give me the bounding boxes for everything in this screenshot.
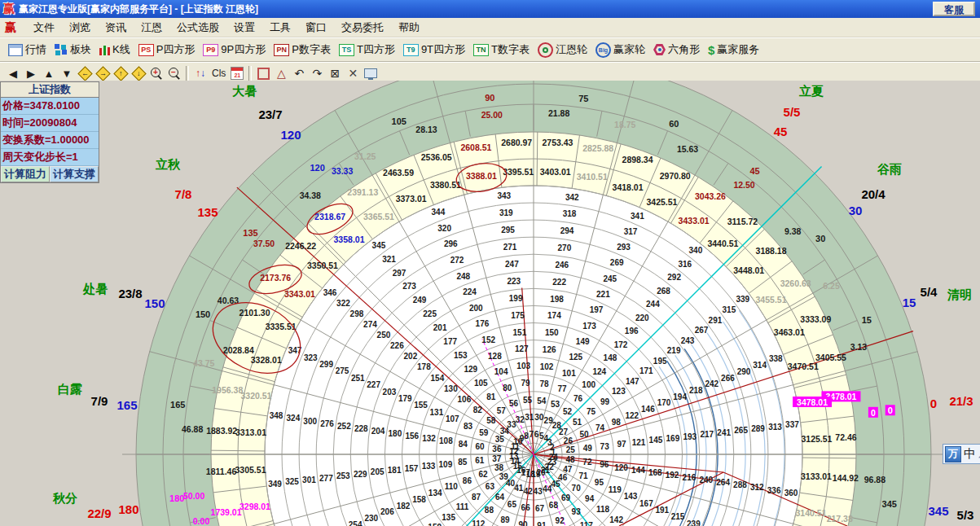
tool-screen-tool[interactable]: [364, 66, 377, 81]
svg-text:78: 78: [539, 379, 549, 388]
tool-nav-left[interactable]: ◀: [7, 66, 20, 81]
field-price[interactable]: 价格=3478.0100: [1, 98, 99, 115]
tool-pan-down[interactable]: ↓: [132, 66, 145, 81]
svg-text:99: 99: [600, 397, 610, 406]
svg-text:75: 75: [587, 407, 596, 416]
svg-text:3478.01: 3478.01: [797, 397, 828, 407]
tool-pan-right[interactable]: →: [96, 66, 109, 81]
gann-wheel-chart[interactable]: 0153045607590105120135150165180195210225…: [0, 81, 980, 526]
menu-item-帮助[interactable]: 帮助: [391, 19, 427, 37]
tool-pan-up[interactable]: ↑: [114, 66, 127, 81]
tool-nav-down[interactable]: ▼: [60, 66, 73, 81]
toolbar-button-p-square[interactable]: PSP四方形: [135, 42, 199, 58]
toolbar-button-hexagon[interactable]: 六角形: [650, 42, 703, 58]
toolbar-label-winner-wheel: 赢家轮: [613, 42, 645, 57]
svg-text:35: 35: [495, 435, 505, 444]
svg-text:34.38: 34.38: [300, 191, 321, 200]
toolbar-button-p-number-table[interactable]: PNP数字表: [270, 42, 334, 58]
field-time[interactable]: 时间=20090804: [1, 115, 99, 132]
svg-text:112: 112: [472, 519, 486, 526]
svg-text:2391.13: 2391.13: [347, 187, 378, 197]
svg-text:69: 69: [561, 493, 571, 502]
tool-updown-marker[interactable]: ↑↓: [194, 66, 207, 81]
toolbar-button-t-number-table[interactable]: TNT数字表: [470, 42, 533, 58]
customer-service-button[interactable]: 客服: [933, 2, 975, 16]
svg-text:43: 43: [534, 487, 543, 496]
svg-text:324: 324: [287, 414, 301, 423]
svg-text:219: 219: [667, 346, 681, 355]
svg-text:83: 83: [464, 422, 473, 431]
svg-text:2970.80: 2970.80: [660, 171, 691, 181]
svg-text:199: 199: [509, 294, 523, 303]
tool-cls[interactable]: Cls: [212, 66, 226, 81]
toolbar-label-gann-wheel: 江恩轮: [556, 42, 587, 57]
menu-item-文件[interactable]: 文件: [26, 19, 62, 37]
menu-item-资讯[interactable]: 资讯: [98, 19, 134, 37]
menu-item-交易委托[interactable]: 交易委托: [334, 19, 391, 37]
svg-text:64: 64: [495, 493, 505, 502]
field-coefficient[interactable]: 变换系数=1.00000: [1, 132, 99, 149]
menu-item-浏览[interactable]: 浏览: [62, 19, 98, 37]
tool-pan-left[interactable]: ←: [78, 66, 91, 81]
toolbar-button-t-square[interactable]: TST四方形: [336, 42, 398, 58]
toolbar-button-winner-wheel[interactable]: Big赢家轮: [592, 42, 648, 59]
svg-text:121: 121: [632, 438, 646, 447]
svg-text:87: 87: [472, 493, 481, 502]
wheel-label-0: 0: [930, 397, 937, 410]
menu-item-设置[interactable]: 设置: [226, 19, 262, 37]
tool-square-tool[interactable]: [257, 66, 270, 81]
svg-text:120: 120: [614, 463, 628, 472]
svg-text:158: 158: [412, 495, 426, 504]
tool-rotate-ccw[interactable]: ↶: [292, 66, 305, 81]
tool-calendar[interactable]: 21: [231, 66, 244, 81]
field-step[interactable]: 周天变化步长=1: [1, 149, 99, 166]
tool-zoom-in[interactable]: +: [150, 66, 163, 81]
ime-toolbar[interactable]: 万 中 ◢: [943, 444, 980, 464]
tool-nav-up[interactable]: ▲: [42, 66, 55, 81]
svg-text:71: 71: [579, 471, 589, 480]
svg-text:318: 318: [563, 209, 577, 218]
wheel-label-23/8: 23/8: [118, 287, 142, 300]
svg-text:125: 125: [569, 353, 582, 362]
svg-text:290: 290: [737, 367, 751, 376]
svg-text:2753.43: 2753.43: [542, 138, 573, 147]
svg-text:2898.34: 2898.34: [622, 155, 653, 164]
toolbar-separator: [186, 66, 189, 81]
svg-text:246: 246: [555, 261, 569, 270]
svg-text:3365.51: 3365.51: [363, 212, 394, 221]
svg-text:101: 101: [562, 369, 576, 378]
p-square-icon: PS: [138, 44, 154, 56]
toolbar-button-sectors[interactable]: 板块: [51, 42, 94, 58]
menu-item-公式选股[interactable]: 公式选股: [169, 19, 226, 37]
toolbar-label-kline: K线: [112, 42, 130, 57]
wheel-label-清明: 清明: [947, 287, 972, 303]
svg-text:6.25: 6.25: [823, 281, 840, 291]
tool-rotate-cw[interactable]: ↷: [310, 66, 323, 81]
menu-item-工具[interactable]: 工具: [262, 19, 298, 37]
tool-nav-right[interactable]: ▶: [24, 66, 37, 81]
svg-text:169: 169: [666, 434, 680, 443]
ime-mode-indicator[interactable]: 中: [964, 446, 976, 462]
calc-support-button[interactable]: 计算支撑: [50, 166, 99, 182]
tool-zoom-out[interactable]: −: [168, 66, 181, 81]
toolbar-button-gann-wheel[interactable]: 江恩轮: [534, 42, 591, 59]
menu-item-江恩[interactable]: 江恩: [134, 19, 169, 37]
svg-text:3343.01: 3343.01: [284, 289, 315, 299]
svg-text:205: 205: [371, 467, 385, 476]
svg-text:253: 253: [336, 471, 350, 480]
tool-triangle-tool[interactable]: △: [275, 66, 288, 81]
toolbar-button-9p-square[interactable]: P99P四方形: [200, 42, 269, 58]
toolbar-button-9t-square[interactable]: T99T四方形: [400, 42, 468, 58]
toolbar-button-quotes[interactable]: 行情: [5, 42, 50, 58]
toolbar-button-winner-service[interactable]: $赢家服务: [705, 42, 762, 58]
toolbar-label-9t-square: 9T四方形: [421, 42, 465, 57]
toolbar-button-kline[interactable]: K线: [96, 42, 134, 58]
menu-item-窗口[interactable]: 窗口: [298, 19, 334, 37]
tool-fit-view[interactable]: ✕: [346, 66, 359, 81]
tool-box-select[interactable]: ⊠: [328, 66, 341, 81]
svg-text:43.75: 43.75: [193, 358, 214, 368]
svg-text:229: 229: [354, 470, 367, 479]
ime-input-method-icon[interactable]: 万: [945, 446, 961, 462]
calc-resistance-button[interactable]: 计算阻力: [1, 166, 50, 182]
svg-text:176: 176: [476, 319, 490, 328]
